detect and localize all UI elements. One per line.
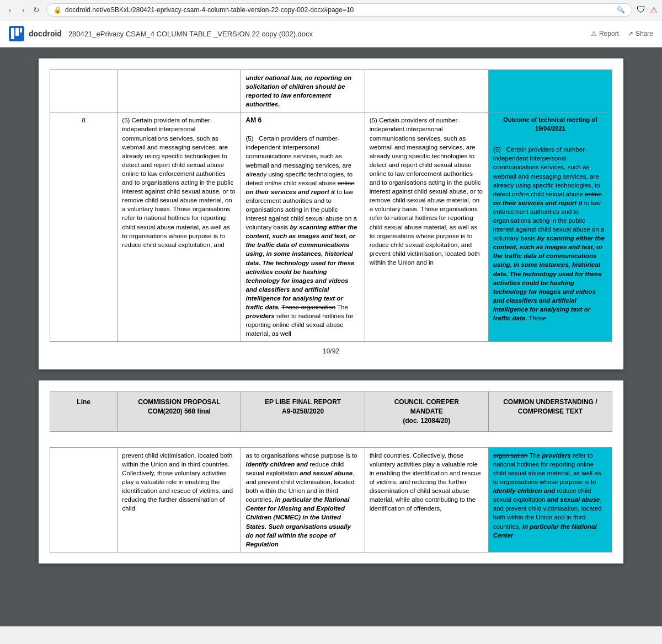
browser-chrome: ‹ › ↻ 🔒 docdroid.net/veSBKxL/280421-epri… — [0, 0, 662, 20]
council-header: COUNCIL COREPERMANDATE(doc. 12084/20) — [365, 392, 488, 431]
commission-cont: prevent child victimisation, located bot… — [118, 447, 241, 552]
doc-table-2-content: prevent child victimisation, located bot… — [50, 447, 612, 552]
line-number-8: 8 — [50, 112, 118, 342]
url-text: docdroid.net/veSBKxL/280421-eprivacy-csa… — [65, 6, 613, 14]
browser-actions: 🛡 ⚠ — [637, 5, 658, 15]
svg-rect-2 — [20, 28, 22, 33]
back-button[interactable]: ‹ — [4, 4, 15, 15]
common-cell-8: Outcome of technical meeting of 19/04/20… — [488, 112, 612, 342]
council-cell-8: (5) Certain providers of number-independ… — [365, 112, 488, 342]
doc-table-1: under national law, no reporting on soli… — [50, 69, 612, 342]
top-continuation-row: under national law, no reporting on soli… — [50, 70, 612, 112]
page-number-1: 10/92 — [50, 347, 612, 355]
report-icon: ⚠ — [591, 30, 597, 37]
search-icon: 🔍 — [617, 6, 625, 14]
forward-button[interactable]: › — [18, 4, 29, 15]
commission-header: COMMISSION PROPOSALCOM(2020) 568 final — [118, 392, 241, 431]
logo-area: docdroid — [9, 26, 62, 41]
ep-header: EP LIBE FINAL REPORTA9-0258/2020 — [241, 392, 365, 431]
svg-rect-0 — [11, 28, 14, 39]
pdf-page-2: Line COMMISSION PROPOSALCOM(2020) 568 fi… — [39, 380, 623, 563]
nav-buttons: ‹ › ↻ — [4, 4, 42, 15]
doc-table-2-header: Line COMMISSION PROPOSALCOM(2020) 568 fi… — [50, 391, 612, 431]
logo-icon — [9, 26, 24, 41]
common-header: COMMON UNDERSTANDING /COMPROMISE TEXT — [488, 392, 612, 431]
commission-continuation — [118, 70, 241, 112]
address-bar[interactable]: 🔒 docdroid.net/veSBKxL/280421-eprivacy-c… — [46, 3, 632, 17]
report-button[interactable]: ⚠ Report — [591, 30, 619, 37]
logo-text: docdroid — [29, 29, 62, 38]
ep-cont: as to organisations whose purpose is to … — [241, 447, 365, 552]
share-icon: ↗ — [628, 30, 633, 37]
svg-rect-1 — [15, 28, 19, 36]
commission-cell-8: (5) Certain providers of number-independ… — [118, 112, 241, 342]
warning-icon: ⚠ — [650, 5, 658, 15]
refresh-button[interactable]: ↻ — [31, 4, 42, 15]
line-header: Line — [50, 392, 118, 431]
table-row-8: 8 (5) Certain providers of number-indepe… — [50, 112, 612, 342]
header-actions: ⚠ Report ↗ Share — [591, 30, 653, 37]
continuation-row: prevent child victimisation, located bot… — [50, 447, 612, 552]
am-label: AM 6 — [245, 116, 360, 125]
council-continuation — [365, 70, 488, 112]
table-header-row: Line COMMISSION PROPOSALCOM(2020) 568 fi… — [50, 392, 612, 431]
council-cont: third countries. Collectively, those vol… — [365, 447, 488, 552]
app-header: docdroid 280421_ePrivacy CSAM_4 COLUMN T… — [0, 20, 662, 47]
outcome-text: Outcome of technical meeting of 19/04/20… — [493, 116, 607, 133]
ep-cell-8: AM 6 (5) Certain providers of number-ind… — [241, 112, 365, 342]
common-cont: organisation The providers refer to nati… — [488, 447, 612, 552]
line-cell-empty — [50, 70, 118, 112]
doc-title: 280421_ePrivacy CSAM_4 COLUMN TABLE _VER… — [68, 30, 584, 38]
ep-continuation: under national law, no reporting on soli… — [241, 70, 365, 112]
page-content: under national law, no reporting on soli… — [0, 47, 662, 626]
share-button[interactable]: ↗ Share — [628, 30, 653, 37]
common-continuation — [488, 70, 612, 112]
pdf-page-1: under national law, no reporting on soli… — [39, 58, 623, 369]
line-empty-cont — [50, 447, 118, 552]
shield-icon: 🛡 — [637, 5, 645, 15]
lock-icon: 🔒 — [54, 6, 62, 14]
